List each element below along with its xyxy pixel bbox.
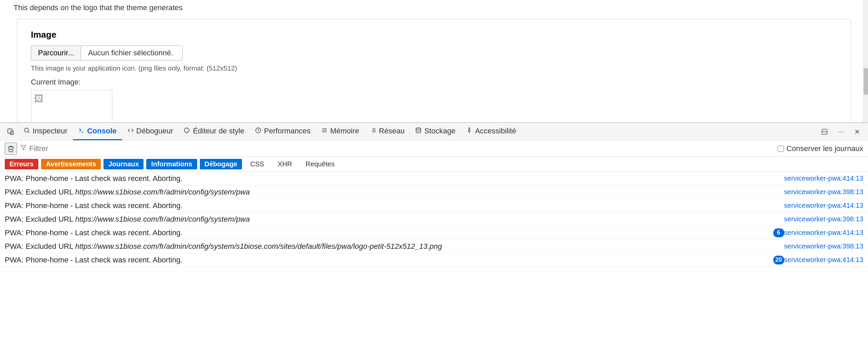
debugger-icon xyxy=(128,127,134,135)
message-count-badge: 20 xyxy=(773,256,784,264)
more-options-button[interactable]: ··· xyxy=(833,124,848,139)
tab-network[interactable]: Réseau xyxy=(365,123,410,140)
scrollbar-thumb[interactable] xyxy=(864,68,868,95)
console-message-text: PWA: Excluded URL https://www.s1biose.co… xyxy=(5,242,777,251)
console-source-link[interactable]: 6serviceworker-pwa:414:13 xyxy=(764,228,863,237)
tab-network-label: Réseau xyxy=(379,127,405,135)
network-icon xyxy=(370,127,376,135)
console-message-text: PWA: Excluded URL https://www.s1biose.co… xyxy=(5,215,777,224)
level-badge-informations[interactable]: Informations xyxy=(146,159,197,169)
svg-point-6 xyxy=(469,128,470,129)
console-source-link[interactable]: serviceworker-pwa:414:13 xyxy=(777,174,863,182)
image-label: Image xyxy=(31,30,837,40)
tab-inspector-label: Inspecteur xyxy=(33,127,68,135)
tab-storage[interactable]: Stockage xyxy=(410,123,461,140)
tab-performance[interactable]: Performances xyxy=(250,123,316,140)
filter-input[interactable] xyxy=(29,144,97,153)
tab-accessibility-label: Accessibilité xyxy=(475,127,516,135)
console-message-text: PWA: Phone-home - Last check was recent.… xyxy=(5,228,764,237)
console-message-text: PWA: Phone-home - Last check was recent.… xyxy=(5,174,777,183)
tab-console[interactable]: Console xyxy=(73,123,122,140)
console-filter-bar: Conserver les journaux xyxy=(0,141,868,157)
tab-accessibility[interactable]: Accessibilité xyxy=(461,123,522,140)
filter-xhr-button[interactable]: XHR xyxy=(272,159,297,169)
devtools-toolbar: Inspecteur Console Débogueur xyxy=(0,123,868,141)
filter-icon xyxy=(20,145,26,152)
console-row: PWA: Phone-home - Last check was recent.… xyxy=(0,172,868,185)
console-message-text: PWA: Excluded URL https://www.s1biose.co… xyxy=(5,188,777,197)
form-card: Image Parcourir... Aucun fichier sélecti… xyxy=(17,19,851,122)
console-row: PWA: Phone-home - Last check was recent.… xyxy=(0,199,868,213)
svg-point-5 xyxy=(416,128,421,129)
console-message-text: PWA: Phone-home - Last check was recent.… xyxy=(5,201,777,210)
file-input-row: Parcourir... Aucun fichier sélectionné. xyxy=(31,45,837,60)
filter-css-button[interactable]: CSS xyxy=(245,159,269,169)
console-source-link[interactable]: 20serviceworker-pwa:414:13 xyxy=(764,256,863,264)
devtools-panel: Inspecteur Console Débogueur xyxy=(0,122,868,351)
tab-debugger[interactable]: Débogueur xyxy=(122,123,179,140)
close-devtools-button[interactable] xyxy=(850,124,865,139)
image-preview-box: 🖼 xyxy=(31,90,112,122)
console-source-link[interactable]: serviceworker-pwa:398:13 xyxy=(777,242,863,250)
image-placeholder-icon: 🖼 xyxy=(34,93,43,104)
browse-button[interactable]: Parcourir... xyxy=(31,45,81,60)
console-row: PWA: Excluded URL https://www.s1biose.co… xyxy=(0,240,868,253)
tab-console-label: Console xyxy=(87,127,117,135)
current-image-label: Current Image: xyxy=(31,78,837,87)
browser-content: This depends on the logo that the theme … xyxy=(0,0,868,122)
console-icon xyxy=(78,127,84,135)
conserve-logs-checkbox[interactable] xyxy=(778,146,784,152)
tab-memory[interactable]: Mémoire xyxy=(316,123,365,140)
console-source-link[interactable]: serviceworker-pwa:398:13 xyxy=(777,188,863,196)
conserve-logs-label: Conserver les journaux xyxy=(787,144,863,153)
console-source-link[interactable]: serviceworker-pwa:414:13 xyxy=(777,202,863,209)
level-badge-debogage[interactable]: Débogage xyxy=(200,159,242,169)
conserve-checkbox-row: Conserver les journaux xyxy=(778,144,863,153)
performance-icon xyxy=(255,127,261,135)
console-messages: PWA: Phone-home - Last check was recent.… xyxy=(0,172,868,351)
clear-console-button[interactable] xyxy=(5,143,17,155)
message-count-badge: 6 xyxy=(773,228,784,237)
console-row: PWA: Excluded URL https://www.s1biose.co… xyxy=(0,213,868,226)
ellipsis-icon: ··· xyxy=(838,128,844,135)
level-badge-avertissements[interactable]: Avertissements xyxy=(41,159,101,169)
accessibility-icon xyxy=(466,127,472,135)
style-icon xyxy=(184,127,190,135)
storage-icon xyxy=(415,127,421,135)
file-name-display: Aucun fichier sélectionné. xyxy=(81,45,183,60)
tab-memory-label: Mémoire xyxy=(330,127,359,135)
tab-debugger-label: Débogueur xyxy=(136,127,173,135)
tab-performance-label: Performances xyxy=(264,127,310,135)
devtools-end-buttons: ··· xyxy=(817,124,865,139)
inspect-icon xyxy=(24,127,30,135)
top-description-text: This depends on the logo that the theme … xyxy=(14,0,854,19)
console-level-bar: Erreurs Avertissements Journaux Informat… xyxy=(0,157,868,172)
console-source-link[interactable]: serviceworker-pwa:398:13 xyxy=(777,215,863,223)
responsive-button[interactable] xyxy=(3,124,18,139)
tab-inspector[interactable]: Inspecteur xyxy=(18,123,73,140)
console-message-text: PWA: Phone-home - Last check was recent.… xyxy=(5,256,764,264)
console-row: PWA: Excluded URL https://www.s1biose.co… xyxy=(0,185,868,199)
svg-marker-12 xyxy=(21,145,26,150)
filter-input-wrapper xyxy=(20,144,396,153)
console-row: PWA: Phone-home - Last check was recent.… xyxy=(0,253,868,267)
tab-storage-label: Stockage xyxy=(424,127,455,135)
dock-button[interactable] xyxy=(817,124,832,139)
level-badge-journaux[interactable]: Journaux xyxy=(103,159,144,169)
level-badge-erreurs[interactable]: Erreurs xyxy=(5,159,38,169)
console-row: PWA: Phone-home - Last check was recent.… xyxy=(0,226,868,240)
filter-requetes-button[interactable]: Requêtes xyxy=(300,159,340,169)
tab-style-editor[interactable]: Éditeur de style xyxy=(178,123,250,140)
image-help-text: This image is your application icon. (pn… xyxy=(31,64,837,72)
memory-icon xyxy=(321,127,327,135)
tab-style-editor-label: Éditeur de style xyxy=(193,127,244,135)
svg-point-2 xyxy=(24,128,29,132)
scrollbar-track[interactable] xyxy=(863,0,868,122)
